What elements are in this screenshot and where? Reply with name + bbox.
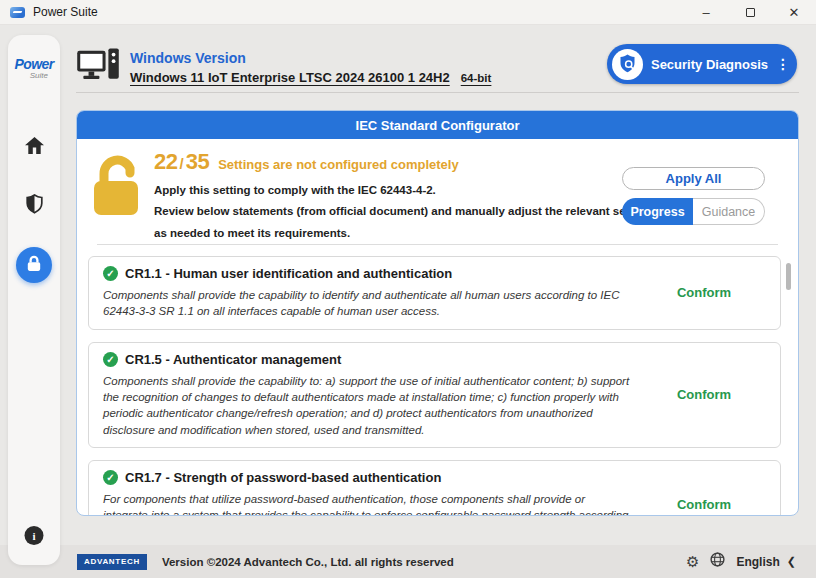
advantech-logo: ADVANTECH	[77, 554, 147, 570]
status-badge: Conform	[640, 352, 768, 438]
os-version-text: Windows 11 IoT Enterprise LTSC 2024 2610…	[130, 70, 450, 85]
sidebar-item-diagnosis[interactable]	[16, 188, 52, 224]
globe-icon[interactable]	[710, 552, 725, 571]
footer-controls: ⚙ English ❮	[686, 552, 796, 571]
instruction-line-2: Review below statements (from official d…	[154, 201, 659, 244]
copyright-text: Version ©2024 Advantech Co., Ltd. all ri…	[162, 556, 454, 568]
sidebar: Power Suite i	[8, 35, 60, 565]
shield-icon	[26, 194, 43, 218]
settings-gear-icon[interactable]: ⚙	[686, 554, 699, 569]
window-titlebar: Power Suite – ✕	[0, 0, 816, 25]
status-badge: Conform	[640, 266, 768, 320]
header-divider	[76, 92, 799, 93]
apply-all-button[interactable]: Apply All	[622, 167, 765, 190]
card-content: ✓ CR1.5 - Authenticator management Compo…	[103, 352, 640, 438]
maximize-icon	[746, 8, 755, 17]
os-header: Windows Version Windows 11 IoT Enterpris…	[77, 48, 491, 86]
status-badge: Conform	[640, 470, 768, 516]
requirement-title: CR1.7 - Strength of password-based authe…	[125, 470, 441, 485]
powersuite-logo: Power Suite	[8, 56, 60, 80]
security-diagnosis-label: Security Diagnosis	[643, 57, 776, 72]
kebab-menu-icon[interactable]: ⋮	[776, 56, 788, 72]
instructions: Apply this setting to comply with the IE…	[154, 180, 659, 244]
logo-secondary-text: Suite	[14, 71, 54, 80]
computer-icon	[77, 48, 119, 86]
check-circle-icon: ✓	[103, 266, 118, 281]
chevron-left-icon: ❮	[787, 555, 796, 568]
requirement-title: CR1.5 - Authenticator management	[125, 352, 341, 367]
language-label: English	[736, 555, 779, 569]
panel-title: IEC Standard Configurator	[77, 111, 798, 139]
progress-message: Settings are not configured completely	[218, 157, 459, 172]
view-toggle: Progress Guidance	[622, 198, 765, 225]
minimize-button[interactable]: –	[684, 0, 728, 25]
tab-progress[interactable]: Progress	[622, 198, 693, 225]
iec-configurator-panel: IEC Standard Configurator 22 / 35 Settin…	[76, 110, 799, 516]
sidebar-nav	[8, 129, 60, 283]
sidebar-item-iec-configurator[interactable]	[16, 247, 52, 283]
requirement-title: CR1.1 - Human user identification and au…	[125, 266, 452, 281]
progress-summary: 22 / 35 Settings are not configured comp…	[154, 149, 674, 244]
requirement-card-cr1-1[interactable]: ✓ CR1.1 - Human user identification and …	[88, 256, 781, 330]
configured-total: 35	[186, 149, 209, 175]
info-button[interactable]: i	[25, 526, 44, 545]
requirements-list: ✓ CR1.1 - Human user identification and …	[88, 256, 781, 516]
info-icon: i	[32, 530, 35, 542]
tab-guidance[interactable]: Guidance	[693, 198, 765, 225]
requirement-description: Components shall provide the capability …	[103, 373, 632, 438]
requirement-description: For components that utilize password-bas…	[103, 491, 632, 516]
check-circle-icon: ✓	[103, 470, 118, 485]
os-texts: Windows Version Windows 11 IoT Enterpris…	[130, 48, 491, 85]
security-diagnosis-button[interactable]: Security Diagnosis ⋮	[607, 44, 797, 84]
configured-count: 22	[154, 149, 177, 175]
os-section-title: Windows Version	[130, 50, 491, 66]
check-circle-icon: ✓	[103, 352, 118, 367]
requirement-card-cr1-7[interactable]: ✓ CR1.7 - Strength of password-based aut…	[88, 460, 781, 516]
instruction-line-1: Apply this setting to comply with the IE…	[154, 180, 659, 201]
card-content: ✓ CR1.7 - Strength of password-based aut…	[103, 470, 640, 516]
home-icon	[25, 137, 44, 158]
window-controls: – ✕	[684, 0, 816, 25]
sidebar-item-home[interactable]	[16, 129, 52, 165]
card-content: ✓ CR1.1 - Human user identification and …	[103, 266, 640, 320]
language-selector[interactable]: English ❮	[736, 555, 796, 569]
close-button[interactable]: ✕	[772, 0, 816, 25]
maximize-button[interactable]	[728, 0, 772, 25]
logo-primary-text: Power	[14, 56, 54, 72]
open-padlock-icon	[91, 151, 143, 221]
list-divider	[97, 244, 778, 245]
lock-icon	[26, 255, 42, 276]
requirement-card-cr1-5[interactable]: ✓ CR1.5 - Authenticator management Compo…	[88, 342, 781, 448]
requirement-description: Components shall provide the capability …	[103, 287, 632, 320]
footer-bar: ADVANTECH Version ©2024 Advantech Co., L…	[0, 545, 816, 578]
scrollbar-thumb[interactable]	[786, 263, 791, 290]
count-separator: /	[179, 155, 183, 172]
os-arch-text: 64-bit	[461, 72, 492, 84]
app-icon	[10, 7, 25, 18]
window-title: Power Suite	[33, 5, 98, 19]
security-diagnosis-icon	[612, 49, 643, 80]
